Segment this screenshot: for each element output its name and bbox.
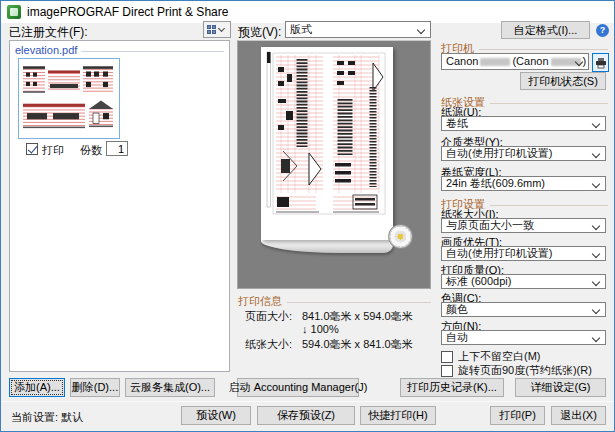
quality-priority-select[interactable]: 自动(使用打印机设置) [441, 246, 606, 261]
printer-select[interactable]: Canon(Canon) [441, 53, 589, 70]
chevron-down-icon [592, 278, 600, 286]
custom-format-button[interactable]: 自定格式(I)... [501, 21, 590, 39]
save-preset-button[interactable]: 保存预设(Z) [257, 406, 355, 425]
roll-width-value: 24in 卷纸(609.6mm) [446, 177, 545, 189]
chevron-down-icon [592, 222, 600, 230]
bottom-separator [1, 401, 615, 402]
paper-source-select[interactable]: 卷纸 [441, 116, 606, 131]
file-thumbnail[interactable] [18, 58, 120, 139]
print-preview-area [237, 40, 431, 289]
copies-label: 份数 [80, 143, 102, 158]
chevron-down-icon [218, 25, 225, 32]
paper-size-label: 纸张大小: [245, 337, 292, 352]
file-controls: 打印 份数 [18, 142, 218, 158]
print-history-button[interactable]: 打印历史记录(K)... [400, 378, 504, 397]
cloud-integration-button[interactable]: 云服务集成(O)... [125, 378, 215, 397]
media-type-select[interactable]: 自动(使用打印机设置) [441, 146, 606, 161]
printer-name-part1: Canon [446, 55, 478, 67]
print-quality-value: 标准 (600dpi) [446, 275, 511, 287]
color-tone-value: 颜色 [446, 303, 468, 315]
media-type-value: 自动(使用打印机设置) [446, 147, 552, 159]
preview-drawing [261, 47, 393, 240]
roll-width-select[interactable]: 24in 卷纸(609.6mm) [441, 176, 606, 191]
thumbnail-drawing [19, 59, 119, 138]
chevron-down-icon [592, 306, 600, 314]
preview-label: 预览(V): [238, 24, 281, 41]
accounting-manager-button[interactable]: 启动 Accounting Manager(J) [237, 378, 359, 397]
page-size-label: 页面大小: [245, 309, 292, 324]
chevron-down-icon [592, 180, 600, 188]
exit-button[interactable]: 退出(X) [551, 406, 606, 425]
print-info-section: 打印信息 [238, 294, 431, 309]
print-checkbox-label: 打印 [42, 143, 64, 158]
preset-button[interactable]: 预设(W) [181, 406, 251, 425]
print-button[interactable]: 打印(P) [490, 406, 545, 425]
file-header-rule [81, 51, 224, 52]
print-quality-select[interactable]: 标准 (600dpi) [441, 274, 606, 289]
scale-value: ↓ 100% [302, 323, 339, 335]
file-header: elevation.pdf [10, 41, 229, 56]
print-info-header: 打印信息 [238, 294, 282, 309]
paper-source-value: 卷纸 [446, 117, 468, 129]
copies-input[interactable] [106, 141, 128, 156]
file-name-link[interactable]: elevation.pdf [15, 44, 77, 56]
printer-properties-button[interactable] [592, 53, 609, 72]
paper-size-setting-value: 与原页面大小一致 [446, 219, 534, 231]
paper-size-select[interactable]: 与原页面大小一致 [441, 218, 606, 233]
preview-paper [261, 47, 393, 240]
chevron-down-icon [592, 120, 600, 128]
color-tone-select[interactable]: 颜色 [441, 302, 606, 317]
orientation-select[interactable]: 自动 [441, 330, 606, 345]
paper-size-value: 594.0毫米 x 841.0毫米 [302, 337, 413, 352]
current-setting-text: 当前设置: 默认 [11, 410, 83, 425]
chevron-down-icon [592, 150, 600, 158]
quick-print-button[interactable]: 快捷打印(H) [360, 406, 436, 425]
orientation-value: 自动 [446, 331, 468, 343]
app-icon [7, 5, 21, 19]
app-window: imagePROGRAF Direct Print & Share 已注册文件(… [0, 0, 615, 432]
preview-mode-value: 版式 [290, 23, 312, 35]
paper-roll-icon [388, 224, 413, 249]
page-size-value: 841.0毫米 x 594.0毫米 [302, 309, 413, 324]
delete-button[interactable]: 删除(D)... [70, 378, 120, 397]
title-bar: imagePROGRAF Direct Print & Share [1, 1, 614, 23]
rotate-90-label: 旋转页面90度(节约纸张)(R) [458, 363, 592, 378]
printer-status-button[interactable]: 打印机状态(S) [520, 72, 606, 90]
view-mode-dropdown[interactable] [203, 21, 231, 38]
rotate-90-checkbox[interactable] [441, 365, 453, 377]
print-checkbox[interactable] [26, 143, 38, 155]
registered-files-list: elevation.pdf [9, 40, 230, 372]
no-margin-label: 上下不留空白(M) [458, 349, 541, 364]
detail-settings-button[interactable]: 详细设定(G) [515, 378, 606, 397]
chevron-down-icon [592, 334, 600, 342]
no-margin-checkbox[interactable] [441, 351, 453, 363]
preview-mode-select[interactable]: 版式 [285, 21, 431, 38]
printer-icon [595, 57, 607, 69]
chevron-down-icon [417, 26, 425, 34]
help-icon[interactable]: ? [596, 24, 609, 37]
chevron-down-icon [592, 250, 600, 258]
printer-name-part2: (Canon [512, 55, 548, 67]
printer-name-redacted [480, 58, 510, 66]
registered-files-label: 已注册文件(F): [9, 24, 88, 41]
no-margin-option: 上下不留空白(M) [441, 350, 541, 363]
quality-priority-value: 自动(使用打印机设置) [446, 247, 552, 259]
add-button[interactable]: 添加(A)... [9, 378, 65, 397]
window-title: imagePROGRAF Direct Print & Share [27, 5, 228, 19]
rotate-90-option: 旋转页面90度(节约纸张)(R) [441, 364, 592, 377]
paper-curl [261, 240, 393, 253]
grid-view-icon [207, 25, 216, 34]
